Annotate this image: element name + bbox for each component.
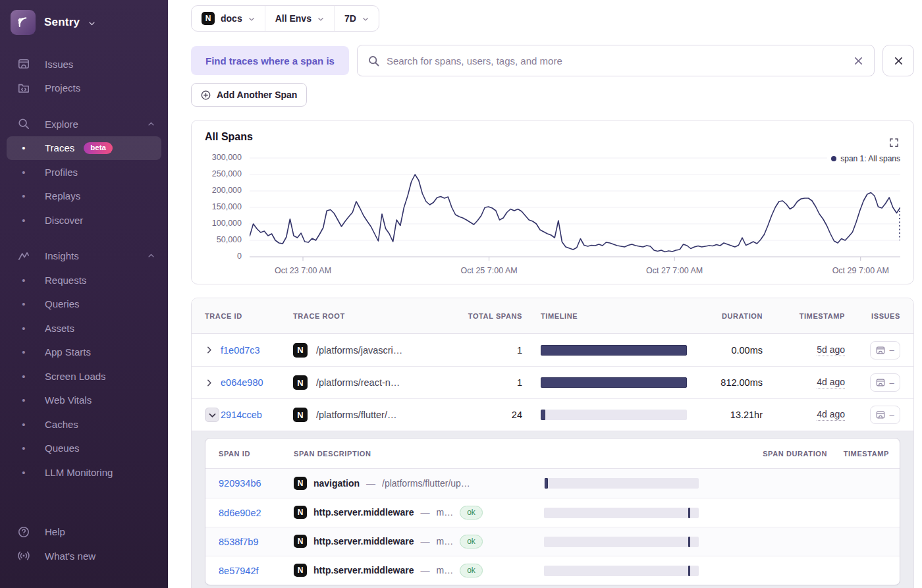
sidebar-item-app-starts[interactable]: •App Starts [7, 340, 161, 365]
span-timeline-tick [545, 478, 548, 489]
help-icon [17, 526, 30, 538]
sidebar-item-queues[interactable]: •Queues [7, 437, 161, 461]
span-search-input[interactable] [387, 55, 846, 67]
sidebar-item-label: Traces [45, 142, 74, 153]
legend-label: span 1: All spans [840, 154, 900, 163]
sidebar-item-projects[interactable]: Projects [7, 76, 161, 101]
sidebar-item-screen-loads[interactable]: •Screen Loads [7, 364, 161, 388]
sidebar-item-explore[interactable]: Explore [7, 112, 161, 136]
sidebar-item-issues[interactable]: Issues [7, 52, 161, 76]
date-range-filter[interactable]: 7D [334, 6, 379, 31]
trace-id-link[interactable]: e064e980 [221, 377, 263, 388]
span-timeline-track [544, 537, 699, 547]
issues-button[interactable]: – [870, 373, 900, 392]
trace-row[interactable]: f1e0d7c3 N /platforms/javascri… 1 0.00ms… [192, 334, 913, 366]
trace-id-link[interactable]: f1e0d7c3 [221, 345, 260, 356]
expand-row-icon[interactable] [205, 379, 221, 387]
span-status-badge: ok [460, 564, 483, 577]
span-row[interactable]: 8e57942f N http.server.middleware — m… o… [205, 556, 900, 585]
timestamp: 4d ago [817, 377, 845, 388]
sidebar-item-profiles[interactable]: •Profiles [7, 160, 161, 184]
project-filter[interactable]: N docs [192, 6, 265, 31]
column-header-issues: ISSUES [845, 312, 900, 320]
timestamp: 5d ago [817, 344, 845, 356]
sidebar-item-discover[interactable]: •Discover [7, 208, 161, 232]
column-header-trace-id: TRACE ID [205, 312, 293, 320]
x-axis-tick-label: Oct 23 7:00 AM [275, 266, 331, 275]
sidebar-item-requests[interactable]: •Requests [7, 268, 161, 292]
span-description: /platforms/flutter/up… [382, 478, 470, 489]
column-header-span-id: SPAN ID [219, 450, 294, 458]
sidebar-item-collapse[interactable]: Collapse [7, 585, 161, 588]
bullet-icon: • [17, 299, 30, 309]
separator-dash: — [366, 478, 375, 489]
sidebar-nav: IssuesProjectsExplore•Tracesbeta•Profile… [0, 52, 168, 485]
span-row[interactable]: 8538f7b9 N http.server.middleware — m… o… [205, 527, 900, 556]
span-id-link[interactable]: 920934b6 [219, 478, 261, 489]
clear-search-icon[interactable] [854, 56, 863, 66]
issues-button[interactable]: – [870, 406, 900, 424]
span-search-box [357, 45, 875, 76]
span-status-badge: ok [460, 506, 483, 520]
sidebar-item-replays[interactable]: •Replays [7, 184, 161, 209]
find-traces-pill[interactable]: Find traces where a span is [191, 46, 349, 75]
sidebar-item-traces[interactable]: •Tracesbeta [7, 136, 161, 161]
span-id-link[interactable]: 8538f7b9 [219, 537, 258, 547]
fullscreen-icon[interactable] [889, 138, 899, 149]
sidebar-footer: HelpWhat's new [0, 520, 168, 568]
issues-icon [876, 410, 885, 419]
span-row[interactable]: 8d6e90e2 N http.server.middleware — m… o… [205, 498, 900, 527]
sidebar-item-label: Projects [45, 82, 80, 94]
add-another-span-button[interactable]: Add Another Span [191, 83, 307, 107]
trace-row[interactable]: e064e980 N /platforms/react-n… 1 812.00m… [192, 366, 913, 398]
chart-x-axis: Oct 23 7:00 AMOct 25 7:00 AMOct 27 7:00 … [250, 261, 900, 279]
trace-row[interactable]: 2914cceb N /platforms/flutter/… 24 13.21… [192, 398, 913, 431]
main-content: N docs All Envs 7D Find traces where a s… [168, 0, 922, 588]
chevron-down-icon [317, 16, 324, 22]
span-id-link[interactable]: 8d6e90e2 [219, 508, 261, 518]
sidebar-item-insights[interactable]: Insights [7, 244, 161, 269]
remove-span-filter-button[interactable] [882, 45, 914, 76]
issues-icon [876, 346, 885, 355]
app-root: Sentry IssuesProjectsExplore•Tracesbeta•… [0, 0, 922, 588]
duration: 13.21hr [687, 410, 763, 420]
collapse-row-button[interactable] [205, 408, 219, 422]
search-icon [17, 118, 30, 130]
span-search-row: Find traces where a span is [191, 45, 914, 76]
environment-filter[interactable]: All Envs [265, 6, 334, 31]
span-table-header: SPAN IDSPAN DESCRIPTIONSPAN DURATIONTIME… [205, 439, 900, 469]
span-op: http.server.middleware [313, 565, 414, 575]
timeline-track [541, 345, 687, 356]
span-row[interactable]: 920934b6 N navigation — /platforms/flutt… [205, 469, 900, 498]
pulse-icon [17, 250, 30, 262]
sidebar-item-web-vitals[interactable]: •Web Vitals [7, 388, 161, 413]
chevron-down-icon [248, 16, 255, 22]
trace-expansion: SPAN IDSPAN DESCRIPTIONSPAN DURATIONTIME… [192, 431, 913, 588]
chevron-up-icon [148, 119, 155, 130]
org-name: Sentry [44, 16, 80, 29]
sidebar-item-what-s-new[interactable]: What's new [7, 544, 161, 568]
chart-y-axis: 300,000250,000200,000150,000100,00050,00… [205, 157, 250, 257]
span-timeline-tick [688, 566, 690, 576]
expand-row-icon[interactable] [205, 346, 221, 354]
bullet-icon: • [17, 395, 30, 405]
sidebar-item-queries[interactable]: •Queries [7, 292, 161, 317]
span-id-link[interactable]: 8e57942f [219, 566, 258, 576]
org-switcher[interactable]: Sentry [0, 0, 168, 35]
y-axis-tick-label: 200,000 [212, 186, 242, 195]
sidebar-item-help[interactable]: Help [7, 520, 161, 545]
bullet-icon: • [17, 275, 30, 285]
all-spans-chart-panel: All Spans span 1: All spans 300,000250,0… [191, 120, 914, 284]
sidebar-item-caches[interactable]: •Caches [7, 412, 161, 437]
column-header-span-duration: SPAN DURATION [709, 450, 827, 458]
sidebar-item-assets[interactable]: •Assets [7, 316, 161, 340]
issues-button[interactable]: – [870, 341, 900, 360]
span-description: m… [437, 507, 454, 518]
span-timeline-track [544, 478, 699, 489]
span-table: SPAN IDSPAN DESCRIPTIONSPAN DURATIONTIME… [205, 438, 900, 585]
separator-dash: — [421, 565, 430, 575]
trace-id-link[interactable]: 2914cceb [221, 410, 262, 420]
search-icon [368, 55, 379, 67]
sidebar-item-llm-monitoring[interactable]: •LLM Monitoring [7, 460, 161, 485]
trace-root: /platforms/javascri… [316, 345, 402, 356]
